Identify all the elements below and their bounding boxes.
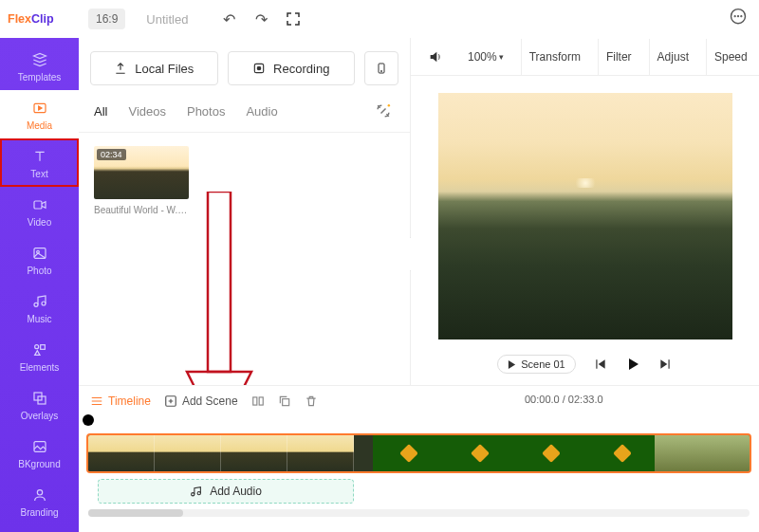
link-off-icon: [374, 101, 393, 120]
sidebar-item-video[interactable]: Video: [0, 187, 79, 235]
scene-selector[interactable]: Scene 01: [497, 355, 575, 374]
stock-media-button[interactable]: [374, 101, 395, 122]
recording-button[interactable]: Recording: [228, 51, 356, 85]
trash-icon: [305, 394, 318, 408]
sidebar-item-label: Text: [30, 169, 47, 179]
next-scene-button[interactable]: [657, 357, 673, 372]
svg-point-9: [34, 303, 38, 306]
split-button[interactable]: [251, 394, 265, 408]
sidebar-item-music[interactable]: Music: [0, 284, 79, 332]
sidebar-item-label: Templates: [18, 72, 62, 83]
video-icon: [31, 196, 48, 213]
svg-text:FlexClip: FlexClip: [8, 12, 54, 26]
svg-point-27: [192, 492, 194, 495]
sidebar-item-text[interactable]: Text: [0, 138, 79, 187]
tab-photos[interactable]: Photos: [187, 101, 225, 122]
mobile-upload-button[interactable]: [364, 51, 398, 85]
timeline-scrollbar[interactable]: [88, 509, 750, 517]
chat-icon: [729, 8, 748, 27]
svg-point-4: [741, 16, 742, 17]
timeline-timecode: 00:00.0 / 02:33.0: [525, 394, 603, 405]
logo[interactable]: FlexClip: [0, 0, 79, 38]
sidebar-item-templates[interactable]: Templates: [0, 42, 79, 90]
play-button[interactable]: [625, 357, 640, 372]
prev-scene-button[interactable]: [593, 357, 608, 372]
sidebar-item-label: Overlays: [21, 411, 58, 421]
templates-icon: [31, 51, 48, 68]
sidebar-item-label: Photo: [27, 266, 51, 276]
sidebar-item-label: Elements: [20, 362, 60, 373]
redo-icon: ↷: [255, 10, 268, 28]
sidebar-item-background[interactable]: BKground: [0, 429, 79, 477]
recording-label: Recording: [273, 62, 329, 76]
media-clip-thumbnail[interactable]: 02:34: [94, 146, 189, 199]
adjust-button[interactable]: Adjust: [649, 39, 696, 75]
skip-back-icon: [594, 358, 607, 371]
mobile-icon: [376, 61, 387, 76]
plus-square-icon: [164, 394, 177, 408]
sidebar-item-label: Music: [27, 314, 51, 324]
volume-icon: [428, 49, 443, 64]
svg-rect-15: [34, 442, 46, 452]
sidebar-item-media[interactable]: Media: [0, 90, 79, 138]
transform-button[interactable]: Transform: [521, 39, 588, 75]
sidebar-item-photo[interactable]: Photo: [0, 235, 79, 284]
clip-duration: 02:34: [97, 149, 126, 160]
redo-button[interactable]: ↷: [249, 7, 273, 31]
aspect-ratio-badge[interactable]: 16:9: [88, 9, 125, 29]
sidebar-item-label: Video: [28, 217, 51, 228]
svg-point-3: [738, 16, 739, 17]
split-icon: [251, 394, 265, 408]
svg-rect-6: [34, 201, 42, 209]
delete-button[interactable]: [305, 394, 318, 408]
add-scene-label: Add Scene: [182, 394, 238, 408]
fullscreen-icon: [287, 12, 300, 26]
upload-icon: [114, 62, 127, 75]
local-files-button[interactable]: Local Files: [90, 51, 218, 85]
timeline-mode-button[interactable]: Timeline: [90, 394, 151, 408]
add-audio-label: Add Audio: [210, 485, 262, 498]
zoom-selector[interactable]: 100% ▾: [460, 39, 511, 75]
clip-filename: Beautiful World - W...].mp4: [94, 205, 189, 215]
preview-area: 100% ▾ Transform Filter Adjust Speed T S…: [411, 38, 759, 385]
volume-button[interactable]: [420, 39, 451, 75]
undo-icon: ↶: [223, 10, 235, 28]
svg-point-10: [42, 302, 46, 305]
svg-rect-25: [259, 397, 263, 405]
sidebar-item-branding[interactable]: Branding: [0, 477, 79, 525]
svg-point-11: [34, 345, 38, 349]
tab-videos[interactable]: Videos: [128, 101, 166, 122]
add-audio-button[interactable]: Add Audio: [98, 479, 354, 504]
playhead-marker[interactable]: [83, 414, 94, 426]
zoom-value: 100%: [468, 50, 497, 64]
timeline-video-track[interactable]: 01: [86, 433, 751, 473]
add-scene-button[interactable]: Add Scene: [164, 394, 238, 408]
svg-rect-24: [252, 397, 256, 405]
undo-button[interactable]: ↶: [216, 7, 241, 31]
project-title[interactable]: Untitled: [146, 12, 188, 27]
sidebar-item-label: Branding: [20, 507, 58, 518]
fullscreen-button[interactable]: [281, 7, 305, 31]
sidebar-item-overlays[interactable]: Overlays: [0, 380, 79, 429]
media-icon: [31, 100, 48, 117]
overlays-icon: [31, 390, 48, 407]
skip-forward-icon: [658, 358, 672, 371]
video-preview[interactable]: [438, 93, 732, 339]
tab-audio[interactable]: Audio: [246, 101, 277, 122]
chat-button[interactable]: [729, 8, 750, 28]
duplicate-button[interactable]: [278, 394, 291, 408]
sidebar-item-label: Media: [27, 120, 52, 131]
media-panel: Local Files Recording All Videos Photos …: [79, 38, 411, 385]
filter-button[interactable]: Filter: [598, 39, 639, 75]
tab-all[interactable]: All: [94, 101, 107, 122]
branding-icon: [31, 486, 48, 504]
svg-point-16: [37, 490, 42, 495]
timeline-ruler[interactable]: [79, 416, 759, 430]
speed-button[interactable]: Speed: [706, 39, 755, 75]
text-icon: [31, 148, 48, 165]
timeline-area: Timeline Add Scene 00:00.0 / 02:33.0 01 …: [79, 385, 759, 532]
sidebar-item-elements[interactable]: Elements: [0, 332, 79, 380]
play-icon: [625, 356, 640, 373]
media-tabs: All Videos Photos Audio: [79, 95, 410, 133]
scene-label: Scene 01: [521, 358, 565, 370]
